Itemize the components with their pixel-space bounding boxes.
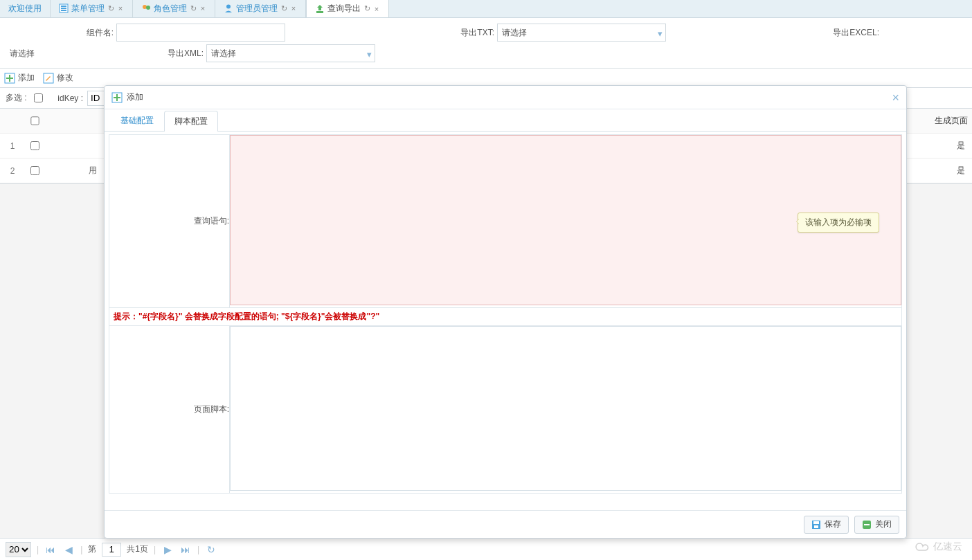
close-button[interactable]: 关闭	[854, 516, 899, 534]
save-label: 保存	[825, 518, 841, 530]
svg-rect-14	[114, 97, 120, 98]
sql-label: 查询语句:	[109, 135, 230, 308]
validation-tooltip: 该输入项为必输项	[798, 213, 879, 233]
svg-rect-19	[864, 524, 870, 525]
dialog-icon	[111, 92, 123, 103]
tab-basic-label: 基础配置	[120, 115, 154, 127]
dialog-header: 添加 ×	[105, 86, 906, 109]
dialog-footer: 保存 关闭	[105, 510, 906, 538]
svg-rect-17	[814, 525, 818, 528]
form-table: 查询语句: 提示："#{字段名}" 会替换成字段配置的语句; "${字段名}"会…	[109, 134, 902, 494]
watermark: 亿速云	[915, 541, 962, 553]
add-dialog: 添加 × 基础配置 脚本配置 查询语句: 提示："#{字段名}" 会替换成字段配…	[104, 85, 907, 539]
svg-rect-16	[813, 521, 819, 524]
dialog-title: 添加	[127, 91, 143, 103]
save-icon	[811, 520, 821, 530]
tab-basic-config[interactable]: 基础配置	[110, 110, 164, 131]
sql-hint: 提示："#{字段名}" 会替换成字段配置的语句; "${字段名}"会被替换成"?…	[109, 308, 901, 325]
tooltip-text: 该输入项为必输项	[805, 217, 872, 227]
dialog-body: 查询语句: 提示："#{字段名}" 会替换成字段配置的语句; "${字段名}"会…	[105, 132, 906, 510]
script-textarea[interactable]	[230, 326, 901, 491]
save-button[interactable]: 保存	[804, 516, 849, 534]
tab-script-label: 脚本配置	[174, 116, 208, 127]
script-label: 页面脚本:	[109, 326, 230, 494]
close-label: 关闭	[875, 518, 892, 530]
tab-script-config[interactable]: 脚本配置	[164, 111, 218, 132]
close-icon	[862, 520, 872, 530]
watermark-text: 亿速云	[933, 541, 962, 553]
dialog-tabs: 基础配置 脚本配置	[105, 109, 906, 132]
dialog-close-button[interactable]: ×	[892, 91, 899, 104]
